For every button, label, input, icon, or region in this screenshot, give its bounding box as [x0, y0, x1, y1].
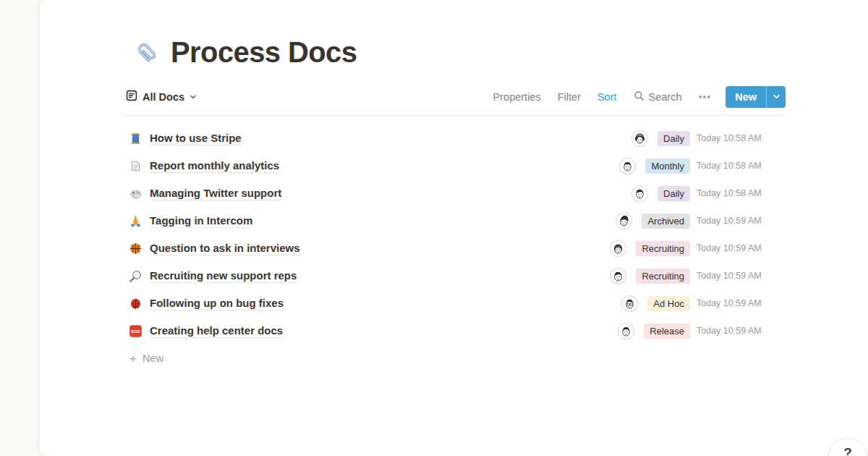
doc-title-link[interactable]: Tagging in Intercom: [150, 214, 252, 228]
edited-time: Today 10:59 AM: [697, 298, 786, 308]
sort-button[interactable]: Sort: [597, 91, 617, 103]
svg-text:SOS: SOS: [131, 329, 140, 334]
table-row[interactable]: Question to ask in interviews Recruiting…: [123, 235, 786, 262]
view-switcher-label: All Docs: [142, 91, 184, 103]
doc-title-link[interactable]: Question to ask in interviews: [150, 242, 300, 256]
search-button[interactable]: Search: [634, 90, 682, 104]
tag-badge: Daily: [658, 186, 690, 201]
thread-icon: [129, 132, 142, 145]
ladybug-icon: [129, 297, 142, 311]
add-new-row[interactable]: + New: [123, 345, 786, 372]
tag-badge: Daily: [658, 131, 690, 146]
tag-badge: Ad Hoc: [647, 296, 690, 311]
add-new-label: New: [142, 352, 163, 364]
doc-list: How to use Stripe Daily Today 10:58 AM R…: [123, 124, 786, 345]
man-glasses-avatar: [621, 295, 638, 312]
tag-badge: Archived: [642, 214, 690, 229]
page-header: Process Docs: [123, 36, 786, 69]
search-label: Search: [649, 91, 682, 103]
tag-badge: Release: [644, 324, 690, 339]
magnifier-icon: [129, 269, 142, 283]
table-row[interactable]: Recruiting new support reps Recruiting T…: [123, 262, 786, 290]
table-row[interactable]: Following up on bug fixes Ad Hoc Today 1…: [123, 290, 786, 317]
edited-time: Today 10:58 AM: [697, 133, 786, 143]
edited-time: Today 10:58 AM: [697, 188, 786, 198]
new-button[interactable]: New: [726, 86, 766, 108]
table-row[interactable]: Managing Twitter support Daily Today 10:…: [123, 180, 786, 207]
woman-headphones-avatar: [631, 130, 648, 147]
doc-title-link[interactable]: Following up on bug fixes: [150, 297, 284, 311]
man-curly-avatar: [616, 213, 632, 229]
man-avatar-2: [631, 185, 648, 202]
edited-time: Today 10:59 AM: [697, 271, 786, 281]
more-button[interactable]: •••: [698, 91, 711, 103]
plus-icon: +: [129, 352, 137, 365]
toolbar: All Docs Properties Filter Sort Search •…: [123, 86, 786, 108]
new-button-group: New: [726, 86, 786, 108]
chevron-down-icon: [190, 90, 197, 104]
view-switcher[interactable]: All Docs: [123, 90, 197, 104]
chevron-down-icon: [773, 92, 780, 103]
doc-title-link[interactable]: How to use Stripe: [150, 132, 242, 145]
page-title: Process Docs: [171, 36, 357, 69]
table-row[interactable]: Tagging in Intercom Archived Today 10:59…: [123, 207, 786, 235]
paperclip-icon: [132, 38, 161, 67]
search-icon: [634, 90, 644, 104]
tag-badge: Recruiting: [636, 269, 690, 284]
table-row[interactable]: Report monthly analytics Monthly Today 1…: [123, 152, 786, 180]
woman-avatar: [610, 240, 626, 257]
new-dropdown-button[interactable]: [766, 86, 786, 108]
doc-title-link[interactable]: Managing Twitter support: [150, 187, 281, 200]
properties-button[interactable]: Properties: [493, 91, 541, 103]
help-button-label: ?: [843, 445, 852, 456]
filter-button[interactable]: Filter: [558, 91, 581, 103]
man-avatar: [618, 323, 634, 339]
more-icon: •••: [698, 91, 711, 103]
bird-icon: [129, 187, 142, 200]
edited-time: Today 10:59 AM: [697, 243, 786, 253]
table-row[interactable]: SOS Creating help center docs Release To…: [123, 317, 786, 345]
doc-title-link[interactable]: Creating help center docs: [150, 324, 283, 338]
man-avatar: [619, 158, 636, 174]
edited-time: Today 10:59 AM: [697, 326, 786, 336]
sos-icon: SOS: [129, 324, 142, 338]
edited-time: Today 10:59 AM: [697, 216, 786, 226]
toolbar-actions: Properties Filter Sort Search ••• New: [477, 86, 786, 108]
man-avatar-2: [610, 268, 626, 284]
basketball-icon: [129, 242, 142, 256]
doc-title-link[interactable]: Report monthly analytics: [150, 159, 279, 173]
edited-time: Today 10:58 AM: [697, 161, 786, 171]
page-icon: [129, 159, 142, 173]
doc-title-link[interactable]: Recruiting new support reps: [150, 269, 297, 283]
tag-badge: Monthly: [645, 159, 690, 174]
page-card: Process Docs All Docs Properties Filter …: [40, 0, 868, 456]
tag-badge: Recruiting: [636, 241, 690, 256]
toolbar-divider: [123, 115, 786, 116]
folded-hands-icon: [129, 214, 142, 228]
list-view-icon: [126, 90, 137, 104]
table-row[interactable]: How to use Stripe Daily Today 10:58 AM: [123, 124, 786, 152]
